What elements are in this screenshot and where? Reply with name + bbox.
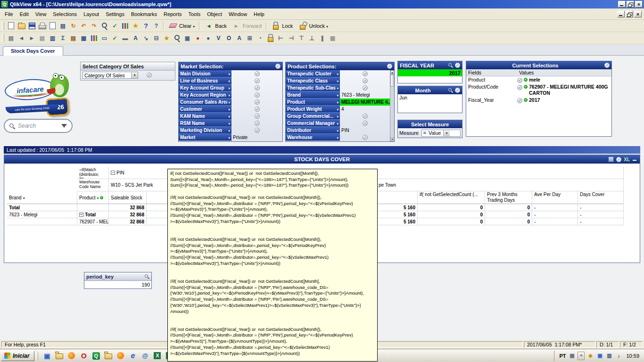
qlikview-app-icon[interactable] (1, 1, 8, 8)
lock-object-icon[interactable] (265, 33, 275, 43)
create-button-icon[interactable]: ▬ (120, 33, 130, 43)
create-current-selections-box-icon[interactable]: ✓ (110, 33, 120, 43)
create-bookmark-object-icon[interactable]: ★ (162, 33, 172, 43)
help-icon[interactable] (141, 21, 151, 31)
toolbar-grip[interactable] (2, 22, 4, 30)
clear-icon[interactable] (255, 99, 260, 105)
clear-icon[interactable] (363, 71, 368, 76)
clear-icon[interactable] (275, 64, 281, 69)
search-input[interactable]: Search (4, 119, 73, 133)
fiscal-year-value[interactable]: 2017 (398, 69, 462, 76)
back-button[interactable]: Back (201, 21, 229, 31)
align-top-icon[interactable]: ⊤ (297, 33, 306, 43)
month-value[interactable]: Jun (398, 94, 462, 101)
clear-icon[interactable] (363, 121, 368, 126)
edit-script-icon[interactable]: ▤ (58, 21, 68, 31)
pivot-cell-brand[interactable]: 7623 - Melegi (7, 211, 77, 218)
clear-icon[interactable] (517, 98, 522, 103)
language-indicator[interactable]: PT (559, 353, 566, 359)
red-circle-object-icon[interactable]: ● (193, 33, 203, 43)
chevron-down-icon[interactable] (193, 23, 195, 29)
create-search-object-icon[interactable] (172, 33, 182, 43)
restore-button[interactable] (627, 1, 634, 8)
qlikview-icon[interactable] (90, 350, 102, 362)
field-dropdown-therapeutic-cluster[interactable]: Therapeutic Cluster (286, 70, 340, 77)
panel-caption[interactable]: Select Measure (398, 120, 462, 128)
sheet-properties-icon[interactable]: ▤ (37, 33, 47, 43)
add-sheet-icon[interactable]: ▤ (6, 33, 16, 43)
opera-icon[interactable] (78, 350, 90, 362)
field-dropdown-customer[interactable]: Customer (179, 106, 231, 113)
create-multi-box-icon[interactable]: ▤ (68, 33, 78, 43)
field-dropdown-market[interactable]: Market (179, 134, 231, 141)
clear-icon[interactable] (363, 85, 368, 90)
current-selections-icon[interactable]: ✓ (110, 21, 120, 31)
design-grid-icon[interactable]: ▦ (328, 33, 338, 43)
chevron-down-icon[interactable] (326, 23, 328, 29)
menu-settings[interactable]: Settings (102, 10, 128, 18)
create-chart-icon[interactable] (89, 33, 99, 43)
create-table-box-icon[interactable]: ▦ (79, 33, 89, 43)
close-button[interactable] (635, 1, 643, 8)
create-line-arrow-icon[interactable]: ↘ (141, 33, 151, 43)
create-statistics-box-icon[interactable]: Σ (58, 33, 68, 43)
blue-circle-object-icon[interactable]: ● (203, 33, 213, 43)
excel-icon[interactable] (151, 350, 163, 362)
field-dropdown-product[interactable]: Product (286, 99, 340, 106)
pivot-cell-product[interactable]: 762907 - MELEGI... (77, 218, 109, 225)
clear-icon[interactable] (517, 78, 522, 83)
scroll-down-arrow[interactable] (390, 137, 394, 141)
field-dropdown-kam-name[interactable]: KAM Name (179, 113, 231, 120)
menu-file[interactable]: File (1, 10, 17, 18)
redo-icon[interactable]: ↷ (89, 21, 99, 31)
create-listbox-icon[interactable]: ▥ (48, 33, 58, 43)
period-key-value[interactable]: 190 (84, 281, 151, 288)
send-to-excel-button[interactable]: XL (624, 157, 630, 162)
unlock-button[interactable]: Unlock (295, 21, 330, 31)
brand-column-header[interactable]: Brand (7, 191, 77, 204)
security-shield-icon[interactable]: ◆ (586, 352, 594, 360)
align-bottom-icon[interactable]: ⊥ (307, 33, 317, 43)
clear-icon[interactable] (255, 71, 260, 76)
category-of-sales-dropdown[interactable]: Category Of Sales (83, 72, 138, 79)
export-icon[interactable] (608, 156, 614, 162)
clear-icon[interactable] (255, 92, 260, 98)
minimize-button[interactable] (618, 1, 626, 8)
menu-layout[interactable]: Layout (80, 10, 102, 18)
mdi-minimize-button[interactable] (617, 11, 625, 17)
field-dropdown-brand[interactable]: Brand (286, 91, 340, 99)
field-dropdown-therapeutic-class[interactable]: Therapeutic Class (286, 77, 340, 84)
clear-icon[interactable] (455, 88, 460, 93)
align-right-icon[interactable]: ⊣ (286, 33, 296, 43)
lock-button[interactable]: Lock (268, 21, 295, 31)
undo-icon[interactable]: ↶ (79, 21, 89, 31)
saleable-stock-column-header[interactable]: Saleable Stock (109, 191, 147, 204)
new-file-icon[interactable] (6, 21, 16, 31)
clear-icon[interactable] (255, 128, 260, 133)
context-help-icon[interactable]: ? (151, 21, 161, 31)
field-value-product[interactable]: MELEGI NURTURE 4... (340, 99, 390, 106)
clear-icon[interactable] (604, 63, 610, 68)
create-slider-icon[interactable]: ⊟ (151, 33, 161, 43)
network-icon[interactable]: ▥ (605, 352, 613, 360)
menu-edit[interactable]: Edit (17, 10, 32, 18)
field-dropdown-main-division[interactable]: Main Division (179, 70, 231, 77)
open-file-icon[interactable] (17, 21, 26, 31)
field-value-product-weight[interactable]: 4 (340, 107, 390, 112)
menu-window[interactable]: Window (225, 10, 250, 18)
keyboard-icon[interactable]: ▦ (568, 352, 576, 360)
quick-chart-wizard-icon[interactable] (120, 21, 130, 31)
ave-per-day-column-header[interactable]: Ave Per Day (532, 191, 578, 204)
selection-field[interactable]: Product/Code (466, 84, 517, 90)
display-icon[interactable]: ▣ (596, 352, 603, 360)
menu-selections[interactable]: Selections (50, 10, 80, 18)
panel-caption[interactable]: Product Selections: (286, 62, 394, 70)
panel-caption[interactable]: Select Category Of Sales (81, 62, 175, 71)
field-dropdown-therapeutic-sub-class[interactable]: Therapeutic Sub-Class (286, 84, 340, 91)
chevron-down-icon[interactable] (131, 72, 138, 78)
create-text-object-icon[interactable]: A (131, 33, 140, 43)
internet-explorer-icon[interactable] (127, 350, 139, 362)
reload-icon[interactable]: ↻ (68, 21, 78, 31)
clear-icon[interactable] (387, 64, 392, 69)
prev-3-months-column-header[interactable]: Prev 3 Months Trading Days (485, 191, 532, 204)
